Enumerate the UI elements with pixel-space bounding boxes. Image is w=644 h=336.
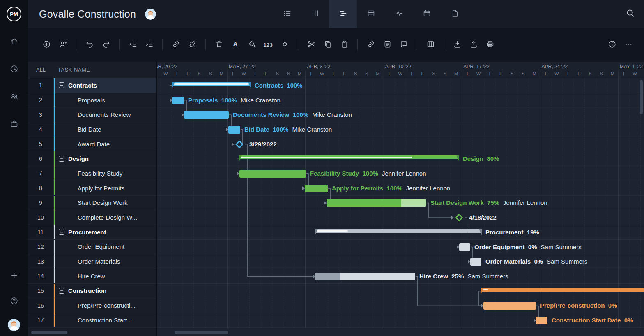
import-button[interactable] [449, 37, 465, 53]
font-color-button[interactable]: A [227, 37, 244, 53]
task-name-cell[interactable]: Bid Date [54, 122, 156, 137]
task-name-cell[interactable]: Prep/Pre-constructi... [54, 298, 156, 313]
collapse-icon[interactable] [59, 82, 64, 88]
copy-button[interactable] [320, 37, 336, 53]
table-row[interactable]: 10Complete Design W... [28, 210, 156, 225]
table-row[interactable]: 7Feasibility Study [28, 166, 156, 181]
table-row[interactable]: 1Contracts [28, 78, 156, 93]
chart-hscrollbar-thumb[interactable] [175, 331, 228, 334]
user-avatar[interactable] [8, 319, 20, 331]
table-row[interactable]: 8Apply for Permits [28, 181, 156, 196]
task-bar-order-materials[interactable] [470, 258, 481, 266]
task-bar-hire-crew[interactable] [315, 273, 415, 280]
task-name-cell[interactable]: Order Equipment [54, 240, 156, 255]
delete-button[interactable] [211, 37, 227, 53]
task-bar-bid-date[interactable] [228, 126, 240, 134]
task-bar-documents-review[interactable] [184, 111, 229, 119]
task-name-cell[interactable]: Procurement [54, 225, 156, 240]
help-icon[interactable] [6, 293, 22, 310]
task-name-cell[interactable]: Proposals [54, 93, 156, 108]
table-row[interactable]: 9Start Design Work [28, 196, 156, 211]
tab-sheet-view[interactable] [357, 0, 385, 28]
indent-button[interactable] [141, 37, 157, 53]
table-row[interactable]: 13Order Materials [28, 254, 156, 269]
export-button[interactable] [465, 37, 482, 53]
table-row[interactable]: 3Documents Review [28, 107, 156, 122]
task-bar-prep-pre-construction[interactable] [483, 302, 536, 310]
task-bar-feasibility-study[interactable] [239, 170, 306, 178]
table-hscrollbar-thumb[interactable] [31, 331, 67, 334]
info-button[interactable] [604, 37, 620, 53]
task-name-cell[interactable]: Contracts [54, 78, 156, 93]
tab-report-view[interactable] [441, 0, 469, 28]
clock-icon[interactable] [6, 61, 22, 78]
paste-button[interactable] [336, 37, 352, 53]
more-button[interactable] [620, 37, 637, 53]
tab-gantt-view[interactable] [329, 0, 357, 28]
table-row[interactable]: 11Procurement [28, 225, 156, 240]
fill-color-button[interactable] [244, 37, 260, 53]
table-row[interactable]: 12Order Equipment [28, 240, 156, 255]
redo-button[interactable] [98, 37, 114, 53]
portfolio-icon[interactable] [6, 116, 22, 133]
undo-button[interactable] [81, 37, 98, 53]
link-tasks-button[interactable] [168, 37, 184, 53]
collapse-icon[interactable] [59, 156, 64, 162]
task-bar-construction-start-date[interactable] [536, 317, 547, 324]
table-row[interactable]: 14Hire Crew [28, 269, 156, 284]
task-name-cell[interactable]: Documents Review [54, 107, 156, 122]
filter-all-button[interactable]: ALL [28, 62, 54, 78]
collapse-icon[interactable] [59, 288, 64, 294]
table-row[interactable]: 17Construction Start ... [28, 313, 156, 328]
day-letter: W [160, 71, 171, 76]
tab-board-view[interactable] [301, 0, 329, 28]
project-owner-avatar[interactable] [145, 9, 156, 20]
search-icon[interactable] [626, 8, 635, 19]
numbers-button[interactable]: 123 [260, 37, 276, 53]
task-bar-start-design-work[interactable] [327, 199, 426, 207]
columns-button[interactable] [422, 37, 439, 53]
attach-button[interactable] [363, 37, 379, 53]
task-name-cell[interactable]: Order Materials [54, 254, 156, 269]
task-name-cell[interactable]: Hire Crew [54, 269, 156, 284]
tab-calendar-view[interactable] [413, 0, 441, 28]
table-row[interactable]: 6Design [28, 151, 156, 166]
summary-bar-design[interactable] [239, 155, 459, 159]
outdent-button[interactable] [124, 37, 141, 53]
task-name-cell[interactable]: Start Design Work [54, 196, 156, 211]
add-task-button[interactable] [38, 37, 55, 53]
table-row[interactable]: 4Bid Date [28, 122, 156, 137]
notes-button[interactable] [379, 37, 396, 53]
task-name-cell[interactable]: Construction [54, 284, 156, 299]
chart-vscrollbar-thumb[interactable] [640, 80, 643, 114]
unlink-tasks-button[interactable] [184, 37, 200, 53]
summary-bar-procurement[interactable] [315, 229, 481, 233]
home-icon[interactable] [6, 34, 22, 50]
task-bar-apply-for-permits[interactable] [305, 185, 328, 192]
comment-button[interactable] [396, 37, 412, 53]
task-name-cell[interactable]: Design [54, 151, 156, 166]
milestone-button[interactable] [276, 37, 293, 53]
table-row[interactable]: 16Prep/Pre-constructi... [28, 298, 156, 313]
print-button[interactable] [482, 37, 498, 53]
tab-list-view[interactable] [273, 0, 301, 28]
pm-logo[interactable]: PM [0, 0, 28, 28]
table-row[interactable]: 15Construction [28, 284, 156, 299]
table-row[interactable]: 2Proposals [28, 93, 156, 108]
task-name-cell[interactable]: Apply for Permits [54, 181, 156, 196]
cut-button[interactable] [303, 37, 320, 53]
task-bar-order-equipment[interactable] [459, 243, 470, 251]
task-bar-proposals[interactable] [172, 97, 184, 104]
tab-activity-view[interactable] [385, 0, 413, 28]
task-name-cell[interactable]: Complete Design W... [54, 210, 156, 225]
collapse-icon[interactable] [59, 229, 64, 235]
summary-bar-contracts[interactable] [172, 82, 251, 86]
add-icon[interactable] [6, 268, 22, 284]
task-name-cell[interactable]: Award Date [54, 137, 156, 152]
task-name-cell[interactable]: Feasibility Study [54, 166, 156, 181]
table-row[interactable]: 5Award Date [28, 137, 156, 152]
team-icon[interactable] [6, 89, 22, 105]
task-name-cell[interactable]: Construction Start ... [54, 313, 156, 328]
add-user-button[interactable] [55, 37, 71, 53]
summary-bar-construction[interactable] [481, 288, 644, 292]
